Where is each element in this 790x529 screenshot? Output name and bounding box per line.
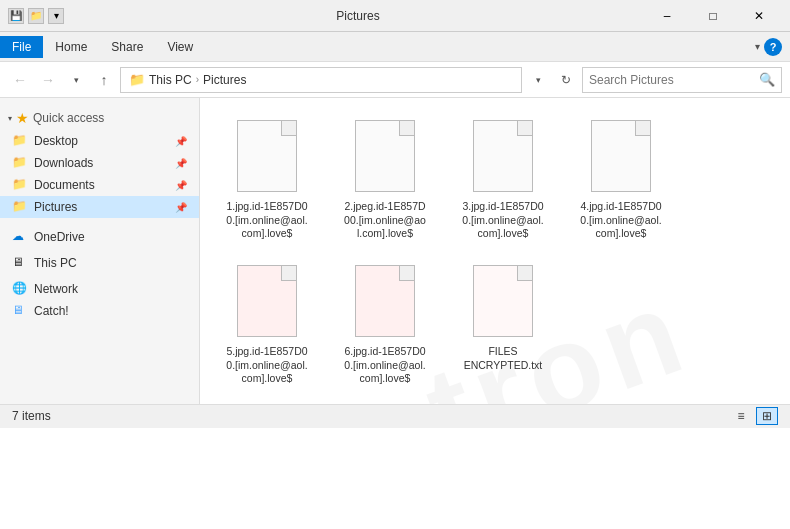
status-bar: 7 items ≡ ⊞ — [0, 404, 790, 428]
title-icon-save: 💾 — [8, 8, 24, 24]
help-button[interactable]: ? — [764, 38, 782, 56]
minimize-button[interactable]: – — [644, 0, 690, 32]
file-name-5: 5.jpg.id-1E857D00.[im.online@aol.com].lo… — [226, 345, 307, 386]
menu-item-file[interactable]: File — [0, 36, 43, 58]
file-name-6: 6.jpg.id-1E857D00.[im.online@aol.com].lo… — [344, 345, 425, 386]
sidebar-item-catch[interactable]: 🖥 Catch! — [0, 300, 199, 322]
path-chevron-1: › — [196, 74, 199, 85]
file-item-5[interactable]: 5.jpg.id-1E857D00.[im.online@aol.com].lo… — [212, 255, 322, 392]
desktop-icon: 📁 — [12, 133, 28, 149]
file-area: 1.jpg.id-1E857D00.[im.online@aol.com].lo… — [200, 98, 790, 404]
quick-access-label: Quick access — [33, 111, 104, 125]
thispc-label: This PC — [34, 256, 77, 270]
documents-label: Documents — [34, 178, 95, 192]
pictures-icon: 📁 — [12, 199, 28, 215]
catch-label: Catch! — [34, 304, 69, 318]
address-bar: ← → ▾ ↑ 📁 This PC › Pictures ▾ ↻ 🔍 — [0, 62, 790, 98]
close-button[interactable]: ✕ — [736, 0, 782, 32]
search-input[interactable] — [589, 73, 755, 87]
refresh-button[interactable]: ↻ — [554, 68, 578, 92]
title-bar: 💾 📁 ▾ Pictures – □ ✕ — [0, 0, 790, 32]
quick-access-header[interactable]: ▾ ★ Quick access — [0, 106, 199, 130]
sidebar-item-desktop[interactable]: 📁 Desktop 📌 — [0, 130, 199, 152]
forward-button[interactable]: → — [36, 68, 60, 92]
quick-access-star-icon: ★ — [16, 110, 29, 126]
desktop-pin-icon: 📌 — [175, 136, 187, 147]
file-name-4: 4.jpg.id-1E857D00.[im.online@aol.com].lo… — [580, 200, 661, 241]
dropdown-path-button[interactable]: ▾ — [526, 68, 550, 92]
sidebar-item-onedrive[interactable]: ☁ OneDrive — [0, 226, 199, 248]
file-page-7 — [473, 265, 533, 337]
sidebar-item-thispc[interactable]: 🖥 This PC — [0, 252, 199, 274]
back-button[interactable]: ← — [8, 68, 32, 92]
encrypted-lines — [495, 272, 511, 329]
path-folder-icon: 📁 — [129, 72, 145, 87]
item-count: 7 items — [12, 409, 51, 423]
search-icon: 🔍 — [759, 72, 775, 87]
file-item-1[interactable]: 1.jpg.id-1E857D00.[im.online@aol.com].lo… — [212, 110, 322, 247]
network-label: Network — [34, 282, 78, 296]
documents-icon: 📁 — [12, 177, 28, 193]
address-path[interactable]: 📁 This PC › Pictures — [120, 67, 522, 93]
pictures-label: Pictures — [34, 200, 77, 214]
file-item-4[interactable]: 4.jpg.id-1E857D00.[im.online@aol.com].lo… — [566, 110, 676, 247]
content-wrapper: ▾ ★ Quick access 📁 Desktop 📌 📁 Downloads… — [0, 98, 790, 404]
file-item-7[interactable]: FILESENCRYPTED.txt — [448, 255, 558, 392]
desktop-label: Desktop — [34, 134, 78, 148]
file-name-3: 3.jpg.id-1E857D00.[im.online@aol.com].lo… — [462, 200, 543, 241]
menu-item-view[interactable]: View — [155, 36, 205, 58]
sidebar-item-network[interactable]: 🌐 Network — [0, 278, 199, 300]
network-icon: 🌐 — [12, 281, 28, 297]
file-icon-5 — [232, 261, 302, 341]
file-item-3[interactable]: 3.jpg.id-1E857D00.[im.online@aol.com].lo… — [448, 110, 558, 247]
sidebar-item-documents[interactable]: 📁 Documents 📌 — [0, 174, 199, 196]
catch-icon: 🖥 — [12, 303, 28, 319]
title-bar-quick-access: 💾 📁 ▾ — [8, 8, 64, 24]
file-icon-7 — [468, 261, 538, 341]
documents-pin-icon: 📌 — [175, 180, 187, 191]
file-icon-2 — [350, 116, 420, 196]
downloads-pin-icon: 📌 — [175, 158, 187, 169]
file-icon-1 — [232, 116, 302, 196]
window-controls: – □ ✕ — [644, 0, 782, 32]
menu-chevron-down[interactable]: ▾ — [755, 41, 760, 52]
file-page-6 — [355, 265, 415, 337]
file-name-1: 1.jpg.id-1E857D00.[im.online@aol.com].lo… — [226, 200, 307, 241]
menu-bar-right: ▾ ? — [755, 38, 790, 56]
file-name-7: FILESENCRYPTED.txt — [464, 345, 543, 372]
list-view-button[interactable]: ≡ — [730, 407, 752, 425]
downloads-label: Downloads — [34, 156, 93, 170]
menu-item-share[interactable]: Share — [99, 36, 155, 58]
sidebar: ▾ ★ Quick access 📁 Desktop 📌 📁 Downloads… — [0, 98, 200, 404]
window-title: Pictures — [72, 9, 644, 23]
path-pictures: Pictures — [203, 73, 246, 87]
title-icon-dropdown[interactable]: ▾ — [48, 8, 64, 24]
onedrive-label: OneDrive — [34, 230, 85, 244]
path-thispc: This PC — [149, 73, 192, 87]
sidebar-item-pictures[interactable]: 📁 Pictures 📌 — [0, 196, 199, 218]
grid-view-button[interactable]: ⊞ — [756, 407, 778, 425]
file-item-2[interactable]: 2.jpeg.id-1E857D00.[im.online@aol.com].l… — [330, 110, 440, 247]
onedrive-icon: ☁ — [12, 229, 28, 245]
file-icon-3 — [468, 116, 538, 196]
view-toggle: ≡ ⊞ — [730, 407, 778, 425]
file-icon-6 — [350, 261, 420, 341]
downloads-icon: 📁 — [12, 155, 28, 171]
maximize-button[interactable]: □ — [690, 0, 736, 32]
file-page-1 — [237, 120, 297, 192]
title-icon-undo: 📁 — [28, 8, 44, 24]
dropdown-history-button[interactable]: ▾ — [64, 68, 88, 92]
search-box[interactable]: 🔍 — [582, 67, 782, 93]
file-item-6[interactable]: 6.jpg.id-1E857D00.[im.online@aol.com].lo… — [330, 255, 440, 392]
file-page-2 — [355, 120, 415, 192]
up-button[interactable]: ↑ — [92, 68, 116, 92]
menu-bar: File Home Share View ▾ ? — [0, 32, 790, 62]
menu-item-home[interactable]: Home — [43, 36, 99, 58]
file-icon-4 — [586, 116, 656, 196]
thispc-icon: 🖥 — [12, 255, 28, 271]
file-page-4 — [591, 120, 651, 192]
sidebar-item-downloads[interactable]: 📁 Downloads 📌 — [0, 152, 199, 174]
pictures-pin-icon: 📌 — [175, 202, 187, 213]
file-page-5 — [237, 265, 297, 337]
file-page-3 — [473, 120, 533, 192]
